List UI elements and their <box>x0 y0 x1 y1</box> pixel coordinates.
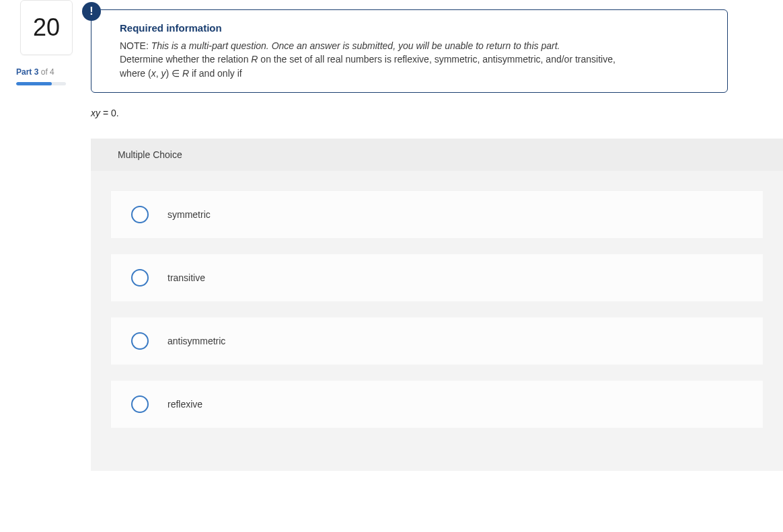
alert-icon: ! <box>82 2 101 21</box>
option-row[interactable]: transitive <box>111 254 763 301</box>
info-title: Required information <box>120 22 712 34</box>
main-content: ! Required information NOTE: This is a m… <box>91 0 783 471</box>
part-indicator: Part 3 of 4 <box>16 67 64 77</box>
required-info-box: ! Required information NOTE: This is a m… <box>91 9 728 93</box>
progress-fill <box>16 82 52 85</box>
option-row[interactable]: reflexive <box>111 381 763 428</box>
sidebar: 20 Part 3 of 4 <box>0 0 84 85</box>
multiple-choice-panel: Multiple Choice symmetric transitive ant… <box>91 139 783 471</box>
options-list: symmetric transitive antisymmetric refle… <box>91 191 783 428</box>
question-number: 20 <box>33 13 60 42</box>
option-label: reflexive <box>167 399 202 410</box>
relation-condition: xy = 0. <box>91 108 783 118</box>
radio-input[interactable] <box>131 269 149 287</box>
option-label: symmetric <box>167 209 211 220</box>
radio-input[interactable] <box>131 395 149 413</box>
option-row[interactable]: antisymmetric <box>111 317 763 365</box>
option-label: transitive <box>167 272 205 283</box>
option-row[interactable]: symmetric <box>111 191 763 238</box>
radio-input[interactable] <box>131 206 149 223</box>
radio-input[interactable] <box>131 332 149 350</box>
mc-header: Multiple Choice <box>91 139 783 171</box>
progress-bar <box>16 82 66 85</box>
info-body: NOTE: This is a multi-part question. Onc… <box>120 39 712 80</box>
question-number-box: 20 <box>20 0 73 55</box>
option-label: antisymmetric <box>167 336 225 346</box>
